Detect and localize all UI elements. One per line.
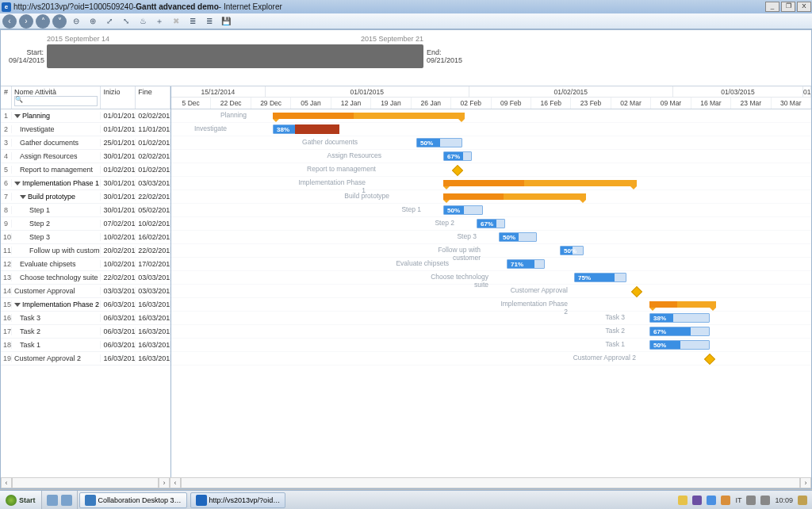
milestone-icon[interactable] [704, 354, 715, 365]
tray-icon[interactable] [721, 496, 730, 505]
task-bar[interactable]: 67% [477, 219, 505, 228]
quicklaunch-icon[interactable] [47, 495, 58, 506]
task-end: 02/02/2015 [136, 152, 170, 160]
zoom-out-button[interactable]: ⊖ [69, 14, 83, 29]
timeline-month: 01/03/2015 [673, 86, 803, 97]
task-bar[interactable]: 50% [499, 232, 537, 242]
date-range-bar[interactable] [47, 44, 423, 68]
col-name[interactable]: Nome Attività [12, 86, 101, 109]
windows-taskbar: Start Collaboration Desktop 3… http://vs… [0, 490, 812, 509]
left-scroll-right[interactable]: › [159, 477, 170, 488]
tray-icon[interactable] [678, 496, 688, 505]
tray-icon[interactable] [692, 496, 702, 505]
table-row[interactable]: 4Assign Resources30/01/201502/02/2015 [1, 150, 170, 163]
right-scroll-track[interactable] [181, 477, 800, 488]
table-row[interactable]: 12Evaluate chipsets10/02/201517/02/2015 [1, 258, 170, 271]
task-bar[interactable]: 71% [507, 259, 545, 269]
tray-icon[interactable] [798, 496, 807, 505]
delete-button[interactable]: ✖ [169, 14, 183, 29]
milestone-icon[interactable] [452, 165, 463, 176]
gantt-row: Planning [171, 109, 811, 123]
add-button[interactable]: ＋ [152, 14, 167, 29]
table-row[interactable]: 2Investigate01/01/201511/01/2015 [1, 123, 170, 136]
quicklaunch-icon[interactable] [61, 495, 72, 506]
expand-button[interactable]: ⤡ [119, 14, 133, 29]
tray-icon[interactable] [760, 496, 770, 505]
task-bar[interactable]: 50% [443, 205, 483, 215]
table-row[interactable]: 16Task 306/03/201516/03/2015 [1, 312, 170, 325]
taskbar-item-collab[interactable]: Collaboration Desktop 3… [79, 492, 187, 508]
table-row[interactable]: 19Customer Approval 216/03/201516/03/201… [1, 352, 170, 365]
nav-up-button[interactable]: ˄ [36, 14, 50, 29]
summary-bar[interactable] [443, 193, 586, 200]
minimize-button[interactable]: _ [765, 2, 779, 12]
timeline-day: 30 Mar [772, 98, 811, 109]
task-end: 01/02/2015 [136, 139, 170, 147]
task-name: Step 2 [12, 220, 101, 228]
table-row[interactable]: 17Task 206/03/201516/03/2015 [1, 325, 170, 339]
indent-button[interactable]: ≣ [202, 14, 216, 29]
task-start: 01/02/2015 [101, 166, 136, 174]
zoom-in-button[interactable]: ⊕ [86, 14, 100, 29]
table-row[interactable]: 5Report to management01/02/201501/02/201… [1, 163, 170, 177]
timeline-day: 16 Feb [531, 98, 571, 109]
col-inizio[interactable]: Inizio [101, 86, 136, 109]
timeline-day: 02 Feb [451, 98, 491, 109]
gantt-area[interactable]: PlanningInvestigate38%Gather documents50… [171, 109, 811, 477]
tray-language[interactable]: IT [735, 496, 741, 504]
right-scroll-right[interactable]: › [800, 477, 811, 488]
table-row[interactable]: 13Choose technology suite22/02/201503/03… [1, 271, 170, 285]
table-row[interactable]: 9Step 207/02/201510/02/2015 [1, 217, 170, 231]
table-row[interactable]: 8Step 130/01/201505/02/2015 [1, 204, 170, 217]
nav-down-button[interactable]: ˅ [52, 14, 67, 29]
table-row[interactable]: 10Step 310/02/201516/02/2015 [1, 231, 170, 244]
milestone-icon[interactable] [631, 286, 642, 297]
tray-clock[interactable]: 10:09 [775, 496, 793, 504]
timeline-day: 09 Feb [492, 98, 531, 109]
left-scroll-left[interactable]: ‹ [1, 477, 12, 488]
gantt-row: Assign Resources67% [171, 150, 811, 163]
search-input[interactable] [14, 96, 98, 106]
table-row[interactable]: 11Follow up with customer20/02/201522/02… [1, 244, 170, 258]
task-name: Customer Approval 2 [12, 354, 101, 362]
fit-button[interactable]: ⤢ [102, 14, 117, 29]
task-bar[interactable]: 75% [574, 273, 626, 282]
nav-back-button[interactable]: ‹ [2, 14, 17, 29]
save-button[interactable]: 💾 [219, 14, 233, 29]
table-row[interactable]: 6Implementation Phase 130/01/201503/03/2… [1, 177, 170, 190]
table-row[interactable]: 7Build prototype30/01/201522/02/2015 [1, 190, 170, 204]
task-end: 16/03/2015 [136, 354, 170, 362]
table-row[interactable]: 1Planning01/01/201502/02/2015 [1, 109, 170, 123]
maximize-button[interactable]: ❐ [781, 2, 795, 12]
flame-icon[interactable]: ♨ [136, 14, 150, 29]
col-fine[interactable]: Fine [136, 86, 170, 109]
summary-bar[interactable] [443, 180, 637, 186]
gantt-row: Implementation Phase 1 [171, 177, 811, 190]
date-range-header: Start: 09/14/2015 2015 September 14 2015… [1, 30, 811, 79]
summary-bar[interactable] [273, 113, 465, 119]
table-row[interactable]: 3Gather documents25/01/201501/02/2015 [1, 136, 170, 150]
task-bar[interactable]: 67% [649, 327, 710, 336]
table-row[interactable]: 14Customer Approval03/03/201503/03/2015 [1, 285, 170, 298]
task-bar[interactable]: 50% [560, 246, 584, 255]
nav-forward-button[interactable]: › [19, 14, 33, 29]
table-row[interactable]: 15Implementation Phase 206/03/201516/03/… [1, 298, 170, 312]
start-button[interactable]: Start [0, 491, 42, 510]
gantt-row: Choose technology suite75% [171, 271, 811, 285]
task-start: 06/03/2015 [101, 300, 136, 308]
task-bar[interactable]: 50% [416, 138, 462, 147]
task-bar[interactable]: 67% [443, 151, 472, 161]
summary-bar[interactable] [649, 301, 716, 308]
right-scroll-left[interactable]: ‹ [170, 477, 181, 488]
taskbar-item-ie[interactable]: http://vs2013vp/?oid… [190, 492, 286, 508]
task-bar[interactable]: 38% [649, 313, 710, 323]
task-bar[interactable]: 50% [649, 340, 710, 350]
col-number[interactable]: # [1, 86, 12, 109]
close-button[interactable]: X [797, 2, 811, 12]
tray-icon[interactable] [707, 496, 716, 505]
table-row[interactable]: 18Task 106/03/201516/03/2015 [1, 339, 170, 352]
left-scroll-track[interactable] [12, 477, 159, 488]
tray-icon[interactable] [746, 496, 756, 505]
task-start: 20/02/2015 [101, 247, 136, 254]
outdent-button[interactable]: ≣ [186, 14, 200, 29]
